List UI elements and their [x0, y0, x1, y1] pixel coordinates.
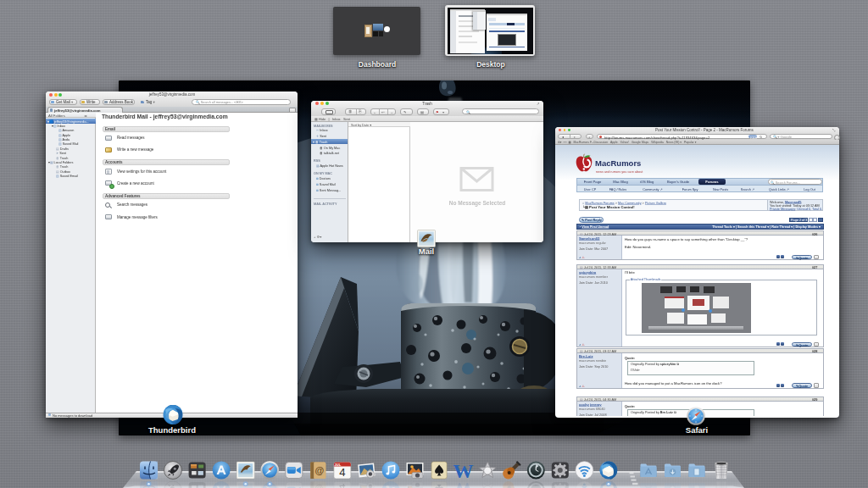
svg-text:@: @	[314, 465, 324, 475]
svg-text:W: W	[453, 460, 474, 482]
svg-text:4: 4	[339, 466, 345, 479]
